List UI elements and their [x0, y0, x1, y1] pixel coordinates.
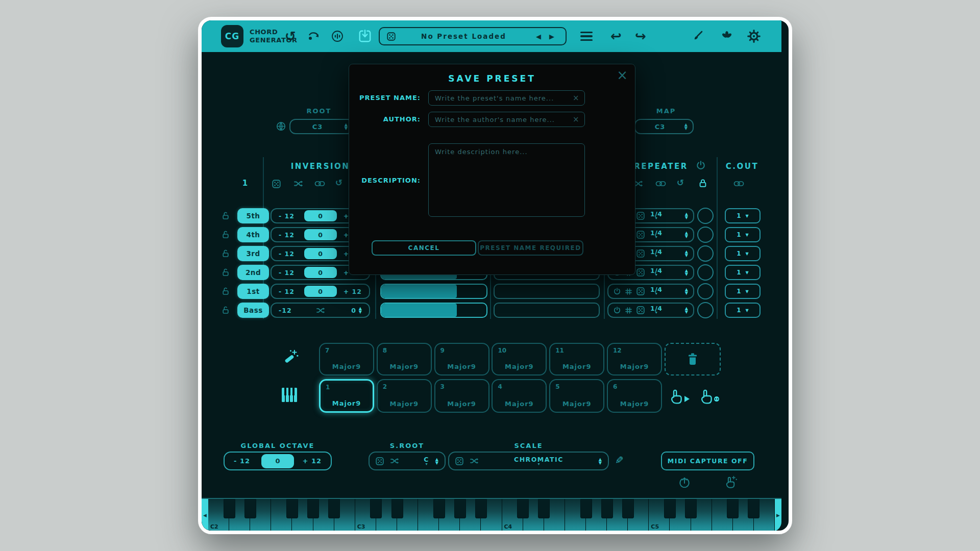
author-input[interactable] [428, 112, 585, 127]
repeater-knob[interactable] [697, 283, 714, 299]
dice-icon[interactable] [636, 306, 645, 314]
delay-slider[interactable] [494, 303, 600, 318]
delete-pad-dropzone[interactable] [665, 343, 721, 375]
dice-icon[interactable] [636, 231, 645, 239]
magic-wand-icon[interactable] [282, 348, 300, 366]
hand-play-icon[interactable] [668, 388, 692, 406]
scale-control[interactable]: CHROMATIC▾ ▲▼ [448, 452, 609, 470]
scale-shuffle-icon[interactable] [470, 457, 479, 465]
cout-link-icon[interactable] [733, 180, 744, 187]
cancel-button[interactable]: CANCEL [372, 240, 476, 256]
dice-icon[interactable] [636, 212, 645, 220]
repeater-knob[interactable] [697, 208, 714, 224]
bass-stepper[interactable]: ▲▼ [359, 307, 362, 314]
scale-value-dropdown[interactable]: CHROMATIC▾ [485, 457, 593, 466]
rate-stepper[interactable]: ▲▼ [685, 269, 688, 276]
part-button[interactable]: 2nd [237, 265, 269, 280]
black-key[interactable] [538, 499, 550, 518]
inversion-link-icon[interactable] [314, 180, 325, 187]
scale-stepper[interactable]: ▲▼ [599, 458, 602, 465]
chord-pad-11[interactable]: 11Major9 [549, 343, 604, 375]
next-preset-button[interactable]: ▶ [545, 33, 558, 40]
sroot-dice-icon[interactable] [376, 457, 384, 465]
inversion-shuffle-icon[interactable] [293, 180, 303, 188]
map-note-select[interactable]: C3 ▲▼ [634, 119, 694, 134]
keyboard-scroll-right[interactable]: ▶ [775, 499, 781, 532]
repeater-controls[interactable]: 1/4▾▲▼ [607, 303, 694, 318]
export-midi-icon[interactable] [678, 476, 691, 489]
piano-mode-icon[interactable] [281, 387, 299, 403]
black-key[interactable] [224, 499, 235, 518]
chord-out-select[interactable]: 1▼ [725, 208, 761, 223]
audio-preview-icon[interactable] [327, 20, 348, 52]
black-key[interactable] [391, 499, 403, 518]
chord-pad-9[interactable]: 9Major9 [434, 343, 489, 375]
sroot-value-dropdown[interactable]: C▾ [424, 457, 429, 466]
part-button[interactable]: 3rd [237, 246, 269, 261]
black-key[interactable] [475, 499, 487, 518]
rate-stepper[interactable]: ▲▼ [685, 307, 688, 314]
rate-stepper[interactable]: ▲▼ [685, 250, 688, 257]
close-icon[interactable]: × [617, 67, 628, 83]
unlock-icon[interactable] [222, 249, 229, 258]
repeater-reset-icon[interactable]: ↺ [677, 178, 684, 188]
chord-pad-12[interactable]: 12Major9 [607, 343, 662, 375]
black-key[interactable] [286, 499, 298, 518]
repeater-knob[interactable] [697, 227, 714, 243]
grid-icon[interactable] [625, 307, 632, 314]
repeater-controls[interactable]: 1/4▾▲▼ [607, 284, 694, 299]
sroot-shuffle-icon[interactable] [390, 457, 399, 465]
rate-stepper[interactable]: ▲▼ [685, 212, 688, 219]
repeater-knob[interactable] [697, 302, 714, 318]
dice-icon[interactable] [636, 268, 645, 277]
unlock-icon[interactable] [222, 268, 229, 277]
menu-icon[interactable] [577, 20, 596, 52]
black-key[interactable] [664, 499, 676, 518]
chord-out-select[interactable]: 1▼ [725, 284, 761, 299]
inversion-range-control[interactable]: -120▲▼ [271, 303, 370, 318]
black-key[interactable] [454, 499, 466, 518]
chord-pad-3[interactable]: 3Major9 [434, 379, 489, 413]
black-key[interactable] [727, 499, 739, 518]
humanize-icon[interactable] [304, 20, 324, 52]
edit-scale-pencil-icon[interactable]: ✎ [615, 454, 624, 466]
inversion-range-control[interactable]: - 120+ 12 [271, 284, 370, 299]
rate-dropdown[interactable]: 1/4▾ [650, 249, 662, 258]
grid-icon[interactable] [625, 288, 632, 295]
octave-value[interactable]: 0 [261, 454, 294, 468]
rate-dropdown[interactable]: 1/4▾ [650, 268, 662, 277]
inversion-value[interactable]: 0 [304, 229, 337, 240]
description-textarea[interactable] [428, 143, 585, 217]
black-key[interactable] [307, 499, 319, 518]
unlock-icon[interactable] [222, 287, 229, 295]
black-key[interactable] [748, 499, 760, 518]
midi-flower-icon[interactable] [717, 20, 737, 52]
chord-out-select[interactable]: 1▼ [725, 246, 761, 261]
inversion-value[interactable]: 0 [304, 248, 337, 259]
part-button[interactable]: 1st [237, 284, 269, 299]
velocity-slider[interactable] [380, 303, 487, 318]
global-octave-control[interactable]: - 12 0 + 12 [224, 452, 332, 470]
chord-pad-5[interactable]: 5Major9 [549, 379, 604, 413]
hand-sparkle-icon[interactable] [724, 474, 739, 490]
dice-icon[interactable] [636, 249, 645, 258]
clear-author-icon[interactable]: × [573, 115, 579, 124]
save-button-disabled[interactable]: PRESET NAME REQUIRED [478, 240, 583, 256]
chord-out-select[interactable]: 1▼ [725, 303, 761, 318]
globe-icon[interactable] [276, 121, 286, 131]
rate-dropdown[interactable]: 1/4▾ [650, 231, 662, 239]
theme-brush-icon[interactable] [688, 20, 707, 52]
root-stepper[interactable]: ▲▼ [345, 123, 348, 130]
save-preset-icon[interactable] [355, 20, 375, 52]
chord-out-select[interactable]: 1▼ [725, 265, 761, 280]
power-icon[interactable] [614, 307, 621, 314]
chord-pad-4[interactable]: 4Major9 [492, 379, 547, 413]
power-icon[interactable] [614, 288, 621, 295]
rate-dropdown[interactable]: 1/4▾ [650, 212, 662, 220]
chord-pad-7[interactable]: 7Major9 [319, 343, 374, 375]
sroot-control[interactable]: C▾ ▲▼ [369, 452, 446, 470]
black-key[interactable] [517, 499, 529, 518]
black-key[interactable] [244, 499, 256, 518]
previous-preset-button[interactable]: ◀ [532, 33, 545, 40]
chord-out-select[interactable]: 1▼ [725, 227, 761, 242]
